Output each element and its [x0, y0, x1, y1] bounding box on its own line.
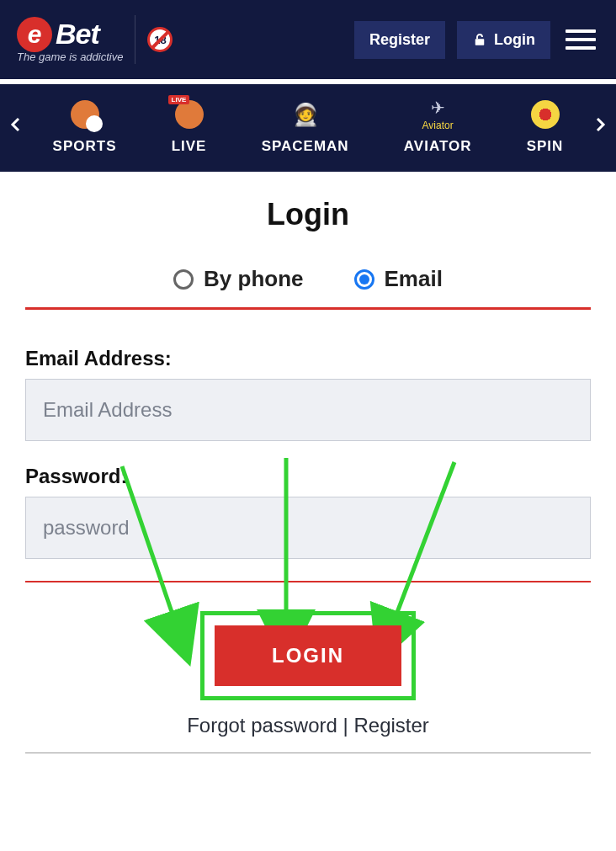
nav-label: AVIATOR [404, 138, 472, 155]
logo-area: e Bet The game is addictive 18 [17, 15, 343, 64]
login-button-header[interactable]: Login [457, 21, 550, 59]
login-button-header-label: Login [494, 31, 535, 49]
unlock-icon [472, 32, 487, 47]
page-title: Login [25, 197, 591, 232]
register-button[interactable]: Register [354, 21, 445, 59]
category-nav: SPORTS LIVE LIVE 🧑‍🚀 SPACEMAN ✈︎Aviator … [0, 79, 616, 172]
svg-rect-0 [475, 39, 485, 45]
hamburger-line-icon [566, 38, 596, 41]
brand-logo[interactable]: e Bet The game is addictive [17, 17, 123, 63]
nav-item-spaceman[interactable]: 🧑‍🚀 SPACEMAN [262, 98, 349, 155]
aviator-icon: ✈︎Aviator [422, 98, 454, 131]
register-link[interactable]: Register [353, 714, 428, 737]
nav-label: SPORTS [53, 138, 117, 155]
hamburger-line-icon [566, 46, 596, 50]
nav-item-spin[interactable]: SPIN [527, 98, 564, 155]
password-label: Password: [25, 465, 591, 488]
footer-divider [25, 753, 591, 753]
spaceman-icon: 🧑‍🚀 [291, 100, 320, 129]
login-form: Email Address: Password: [25, 347, 591, 582]
app-header: e Bet The game is addictive 18 Register … [0, 0, 616, 79]
nav-label: SPACEMAN [262, 138, 349, 155]
email-label: Email Address: [25, 347, 591, 370]
links-separator: | [337, 714, 354, 737]
menu-button[interactable] [562, 24, 599, 55]
spin-wheel-icon [531, 100, 560, 129]
forgot-password-link[interactable]: Forgot password [187, 714, 337, 737]
hamburger-line-icon [566, 29, 596, 33]
auth-links: Forgot password | Register [25, 714, 591, 737]
login-page: Login By phone Email Email Address: Pass… [0, 172, 616, 762]
tab-label: By phone [204, 266, 303, 292]
tab-by-phone[interactable]: By phone [173, 266, 303, 292]
nav-label: SPIN [527, 138, 564, 155]
live-icon: LIVE [175, 100, 204, 129]
chevron-left-icon [10, 117, 20, 132]
annotation-highlight-box: LOGIN [200, 611, 416, 700]
tab-email[interactable]: Email [354, 266, 443, 292]
age-restriction-icon: 18 [147, 27, 173, 52]
login-submit-button[interactable]: LOGIN [215, 625, 401, 686]
chevron-right-icon [596, 117, 606, 132]
radio-selected-icon [354, 269, 374, 290]
sports-icon [71, 100, 99, 129]
email-field[interactable] [25, 379, 591, 441]
tab-label: Email [385, 266, 443, 292]
nav-item-aviator[interactable]: ✈︎Aviator AVIATOR [404, 98, 472, 155]
logo-tagline: The game is addictive [17, 51, 123, 63]
logo-word: Bet [56, 18, 99, 51]
nav-next-button[interactable] [591, 117, 611, 136]
nav-prev-button[interactable] [5, 117, 25, 136]
live-tag-badge: LIVE [168, 95, 190, 104]
nav-label: LIVE [172, 138, 207, 155]
logo-e-icon: e [17, 17, 52, 52]
nav-item-live[interactable]: LIVE LIVE [172, 98, 207, 155]
password-field[interactable] [25, 497, 591, 559]
radio-unselected-icon [173, 269, 194, 290]
logo-divider [135, 15, 135, 64]
nav-item-sports[interactable]: SPORTS [53, 98, 117, 155]
login-mode-tabs: By phone Email [25, 266, 591, 310]
